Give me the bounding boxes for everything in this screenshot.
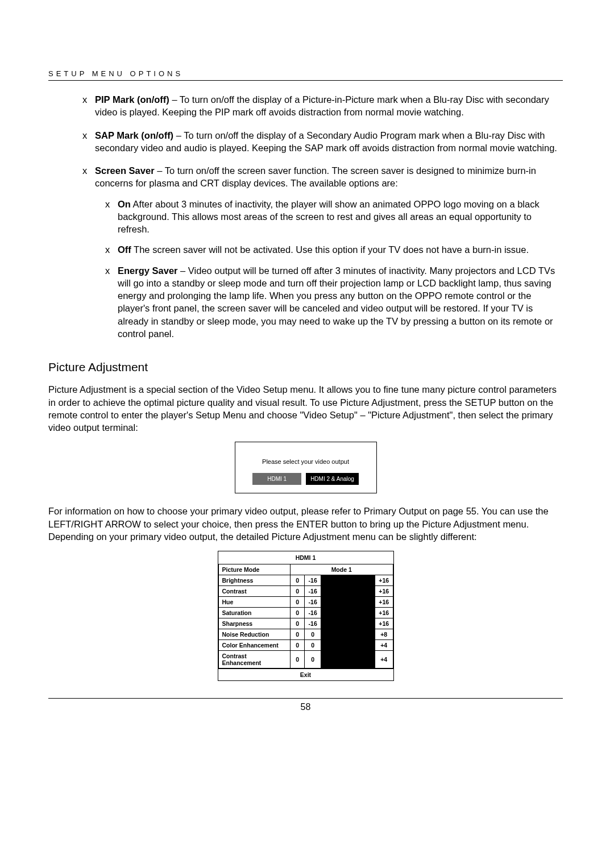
param-min: 0 xyxy=(305,640,321,651)
param-max: +16 xyxy=(375,608,393,618)
param-name: Color Enhancement xyxy=(218,640,290,651)
bullet-body: – To turn on/off the screen saver functi… xyxy=(95,165,536,188)
sub-bullet-item: xOff The screen saver will not be activa… xyxy=(95,243,563,256)
bullet-item: xPIP Mark (on/off) – To turn on/off the … xyxy=(48,93,563,119)
table-row: Saturation0-16+16 xyxy=(218,608,393,618)
bullet-marker: x xyxy=(105,264,110,277)
bullet-item: xScreen Saver – To turn on/off the scree… xyxy=(48,164,563,340)
param-value[interactable]: 0 xyxy=(290,629,304,640)
param-slider[interactable] xyxy=(321,651,375,668)
table-row: Sharpness0-16+16 xyxy=(218,618,393,629)
param-max: +16 xyxy=(375,575,393,586)
sub-bullet-item: xEnergy Saver – Video output will be tur… xyxy=(95,264,563,340)
picture-adjustment-panel: HDMI 1 Picture Mode Mode 1 Brightness0-1… xyxy=(218,551,394,681)
param-slider[interactable] xyxy=(321,575,375,586)
param-max: +4 xyxy=(375,640,393,651)
bullet-list: xPIP Mark (on/off) – To turn on/off the … xyxy=(48,93,563,340)
picture-mode-label: Picture Mode xyxy=(218,564,290,575)
param-max: +4 xyxy=(375,651,393,668)
section-title-picture-adjustment: Picture Adjustment xyxy=(48,360,563,374)
header-rule xyxy=(48,80,563,81)
follow-up-paragraph: For information on how to choose your pr… xyxy=(48,505,563,543)
sub-bullet-item: xOn After about 3 minutes of inactivity,… xyxy=(95,198,563,236)
param-value[interactable]: 0 xyxy=(290,618,304,629)
page-header-title: SETUP MENU OPTIONS xyxy=(48,69,563,78)
video-output-prompt: Please select your video output xyxy=(241,458,371,465)
param-min: 0 xyxy=(305,651,321,668)
param-value[interactable]: 0 xyxy=(290,586,304,597)
param-slider[interactable] xyxy=(321,629,375,640)
param-name: Contrast xyxy=(218,586,290,597)
param-slider[interactable] xyxy=(321,597,375,608)
bullet-marker: x xyxy=(82,129,87,142)
table-row: Contrast Enhancement00+4 xyxy=(218,651,393,668)
intro-paragraph: Picture Adjustment is a special section … xyxy=(48,383,563,434)
sub-bullet-list: xOn After about 3 minutes of inactivity,… xyxy=(95,198,563,340)
video-output-dialog: Please select your video output HDMI 1 H… xyxy=(235,442,377,493)
param-max: +16 xyxy=(375,586,393,597)
bullet-marker: x xyxy=(82,93,87,106)
param-max: +16 xyxy=(375,597,393,608)
param-slider[interactable] xyxy=(321,640,375,651)
hdmi1-button[interactable]: HDMI 1 xyxy=(252,473,301,485)
exit-button[interactable]: Exit xyxy=(218,668,393,680)
param-min: -16 xyxy=(305,608,321,618)
param-min: -16 xyxy=(305,586,321,597)
param-value[interactable]: 0 xyxy=(290,651,304,668)
sub-bullet-body: The screen saver will not be activated. … xyxy=(131,244,529,255)
param-name: Noise Reduction xyxy=(218,629,290,640)
param-min: -16 xyxy=(305,597,321,608)
bullet-lead: SAP Mark (on/off) xyxy=(95,130,173,140)
sub-bullet-lead: Energy Saver xyxy=(118,265,177,276)
sub-bullet-body: After about 3 minutes of inactivity, the… xyxy=(118,199,540,235)
table-row: Hue0-16+16 xyxy=(218,597,393,608)
table-row: Color Enhancement00+4 xyxy=(218,640,393,651)
footer-rule xyxy=(48,698,563,699)
param-min: -16 xyxy=(305,575,321,586)
param-max: +8 xyxy=(375,629,393,640)
bullet-item: xSAP Mark (on/off) – To turn on/off the … xyxy=(48,129,563,155)
param-value[interactable]: 0 xyxy=(290,597,304,608)
param-min: -16 xyxy=(305,618,321,629)
table-row: Noise Reduction00+8 xyxy=(218,629,393,640)
picture-adjustment-table: Picture Mode Mode 1 Brightness0-16+16Con… xyxy=(218,564,393,668)
sub-bullet-body: – Video output will be turned off after … xyxy=(118,265,555,339)
param-slider[interactable] xyxy=(321,608,375,618)
param-slider[interactable] xyxy=(321,586,375,597)
param-name: Hue xyxy=(218,597,290,608)
param-name: Saturation xyxy=(218,608,290,618)
bullet-lead: PIP Mark (on/off) xyxy=(95,94,169,105)
picture-mode-row: Picture Mode Mode 1 xyxy=(218,564,393,575)
bullet-lead: Screen Saver xyxy=(95,165,155,176)
param-value[interactable]: 0 xyxy=(290,575,304,586)
bullet-marker: x xyxy=(105,198,110,210)
param-value[interactable]: 0 xyxy=(290,640,304,651)
sub-bullet-lead: On xyxy=(118,199,131,209)
param-name: Brightness xyxy=(218,575,290,586)
hdmi2-analog-button[interactable]: HDMI 2 & Analog xyxy=(306,473,359,485)
param-min: 0 xyxy=(305,629,321,640)
bullet-marker: x xyxy=(82,164,87,177)
table-row: Contrast0-16+16 xyxy=(218,586,393,597)
video-output-buttons: HDMI 1 HDMI 2 & Analog xyxy=(241,473,371,485)
param-max: +16 xyxy=(375,618,393,629)
param-name: Sharpness xyxy=(218,618,290,629)
param-name: Contrast Enhancement xyxy=(218,651,290,668)
sub-bullet-lead: Off xyxy=(118,244,131,255)
param-value[interactable]: 0 xyxy=(290,608,304,618)
page-number: 58 xyxy=(48,702,563,712)
document-page: SETUP MENU OPTIONS xPIP Mark (on/off) – … xyxy=(0,0,614,746)
param-slider[interactable] xyxy=(321,618,375,629)
table-row: Brightness0-16+16 xyxy=(218,575,393,586)
bullet-marker: x xyxy=(105,243,110,256)
picture-adjustment-title: HDMI 1 xyxy=(218,551,393,564)
picture-mode-value[interactable]: Mode 1 xyxy=(290,564,393,575)
